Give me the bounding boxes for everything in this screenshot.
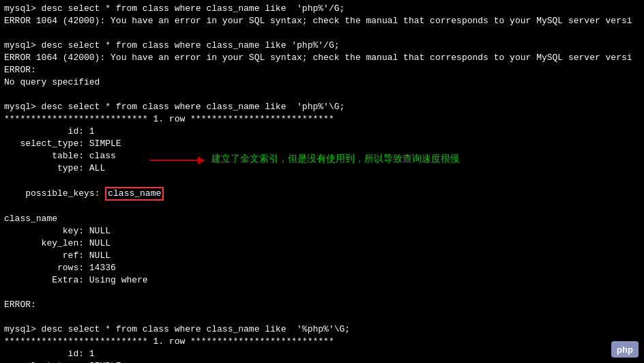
line-3 (4, 27, 640, 40)
line-12: select_type: SIMPLE (4, 138, 640, 150)
php-badge: php (611, 341, 639, 358)
line-text-21: Extra: Using where (4, 275, 148, 285)
line-text-24: ERROR: (4, 300, 36, 310)
line-text-16: class_name (4, 214, 57, 224)
line-5: ERROR 1064 (42000): You have an error in… (4, 52, 640, 64)
line-6: ERROR: (4, 64, 640, 76)
possible-keys-label: possible_keys: (25, 188, 105, 199)
line-15: possible_keys: class_name (4, 175, 640, 213)
line-text-19: ref: NULL (4, 250, 111, 261)
terminal-window: mysql> desc select * from class where cl… (0, 0, 644, 363)
line-text-6: ERROR: (4, 65, 36, 75)
line-22 (4, 287, 640, 299)
line-text-29: id: 1 (4, 349, 95, 359)
annotation-text: 建立了全文索引，但是没有使用到，所以导致查询速度很慢 (211, 153, 460, 165)
line-text-2: ERROR 1064 (42000): You have an error in… (4, 16, 632, 26)
highlighted-class-name: class_name (105, 187, 164, 201)
line-text-9: mysql> desc select * from class where cl… (4, 102, 345, 112)
line-25 (4, 311, 640, 323)
line-20: rows: 14336 (4, 262, 640, 274)
line-16: class_name (4, 213, 640, 225)
line-text-11: id: 1 (4, 126, 95, 136)
line-text-12: select_type: SIMPLE (4, 139, 121, 149)
line-27: mysql> desc select * from class where cl… (4, 323, 640, 336)
line-28: *************************** 1. row *****… (4, 336, 640, 348)
line-text-10: *************************** 1. row *****… (4, 114, 334, 124)
line-17: key: NULL (4, 225, 640, 237)
line-4: mysql> desc select * from class where cl… (4, 40, 640, 52)
line-8 (4, 89, 640, 101)
line-19: ref: NULL (4, 250, 640, 262)
line-text-27: mysql> desc select * from class where cl… (4, 324, 350, 334)
line-2: ERROR 1064 (42000): You have an error in… (4, 15, 640, 27)
arrow-head (198, 156, 205, 164)
line-29: id: 1 (4, 348, 640, 360)
line-text-20: rows: 14336 (4, 263, 116, 273)
line-24: ERROR: (4, 299, 640, 311)
line-1: mysql> desc select * from class where cl… (4, 3, 640, 15)
line-text-7: No query specified (4, 77, 100, 87)
line-text-14: type: ALL (4, 163, 105, 173)
line-18: key_len: NULL (4, 237, 640, 250)
annotation-container: 建立了全文索引，但是没有使用到，所以导致查询速度很慢 (150, 153, 460, 165)
line-text-17: key: NULL (4, 226, 111, 236)
line-11: id: 1 (4, 126, 640, 138)
php-badge-label: php (617, 345, 633, 355)
arrow-shaft (150, 160, 205, 161)
line-9: mysql> desc select * from class where cl… (4, 101, 640, 113)
line-10: *************************** 1. row *****… (4, 113, 640, 126)
line-text-5: ERROR 1064 (42000): You have an error in… (4, 53, 632, 63)
line-text-28: *************************** 1. row *****… (4, 336, 334, 347)
line-text-18: key_len: NULL (4, 238, 111, 248)
line-text-4: mysql> desc select * from class where cl… (4, 40, 339, 50)
line-text-1: mysql> desc select * from class where cl… (4, 3, 345, 14)
line-21: Extra: Using where (4, 274, 640, 287)
line-text-13: table: class (4, 151, 116, 161)
line-30: select_type: SIMPLE (4, 360, 640, 363)
line-7: No query specified (4, 76, 640, 89)
